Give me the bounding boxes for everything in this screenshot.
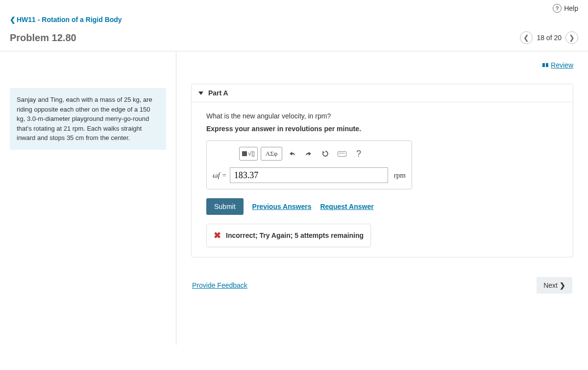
next-button[interactable]: Next ❯ xyxy=(537,277,572,294)
part-header[interactable]: Part A xyxy=(192,84,573,102)
help-label: Help xyxy=(564,4,578,12)
review-label: Review xyxy=(551,61,573,69)
prev-page-button[interactable]: ❮ xyxy=(520,31,533,44)
template-tool-button[interactable]: √▯ xyxy=(239,147,258,161)
page-indicator: 18 of 20 xyxy=(537,34,562,42)
incorrect-icon: ✖ xyxy=(214,230,221,241)
reset-icon xyxy=(321,150,329,158)
keyboard-icon xyxy=(338,151,346,157)
reset-button[interactable] xyxy=(318,147,332,161)
help-link[interactable]: ? Help xyxy=(553,4,578,13)
submit-button[interactable]: Submit xyxy=(206,198,244,215)
variable-label: ωf = xyxy=(213,171,227,180)
next-label: Next xyxy=(543,281,558,289)
answer-input[interactable] xyxy=(230,167,388,183)
rect-icon xyxy=(242,151,247,156)
keyboard-button[interactable] xyxy=(335,147,349,161)
review-link[interactable]: Review xyxy=(542,61,573,69)
part-a-container: Part A What is the new angular velocity,… xyxy=(191,84,573,257)
chevron-right-icon: ❯ xyxy=(560,281,565,289)
page-title: Problem 12.80 xyxy=(10,32,76,44)
instruction-text: Express your answer in revolutions per m… xyxy=(206,125,558,133)
answer-box: √▯ ΑΣφ xyxy=(206,140,412,189)
undo-icon xyxy=(288,150,296,157)
equation-toolbar: √▯ ΑΣφ xyxy=(213,147,406,161)
part-title: Part A xyxy=(208,89,228,97)
next-page-button[interactable]: ❯ xyxy=(565,31,578,44)
undo-button[interactable] xyxy=(285,147,299,161)
request-answer-link[interactable]: Request Answer xyxy=(320,203,373,210)
sqrt-icon: √▯ xyxy=(248,150,255,158)
review-icon xyxy=(542,63,548,67)
collapse-icon xyxy=(198,92,203,95)
breadcrumb-label: HW11 - Rotation of a Rigid Body xyxy=(17,16,122,23)
greek-tool-button[interactable]: ΑΣφ xyxy=(261,147,282,161)
redo-icon xyxy=(305,150,313,157)
help-icon: ? xyxy=(553,4,562,13)
unit-label: rpm xyxy=(391,171,406,180)
previous-answers-link[interactable]: Previous Answers xyxy=(252,203,312,210)
chevron-left-icon: ❮ xyxy=(10,16,16,23)
feedback-message: ✖ Incorrect; Try Again; 5 attempts remai… xyxy=(206,224,371,247)
feedback-text: Incorrect; Try Again; 5 attempts remaini… xyxy=(226,231,364,239)
problem-statement: Sanjay and Ting, each with a mass of 25 … xyxy=(10,88,166,150)
provide-feedback-link[interactable]: Provide Feedback xyxy=(192,281,247,289)
redo-button[interactable] xyxy=(302,147,316,161)
page-nav: ❮ 18 of 20 ❯ xyxy=(520,31,578,44)
breadcrumb[interactable]: ❮ HW11 - Rotation of a Rigid Body xyxy=(10,16,578,23)
toolbar-help-button[interactable]: ? xyxy=(352,147,366,161)
question-text: What is the new angular velocity, in rpm… xyxy=(206,112,558,120)
